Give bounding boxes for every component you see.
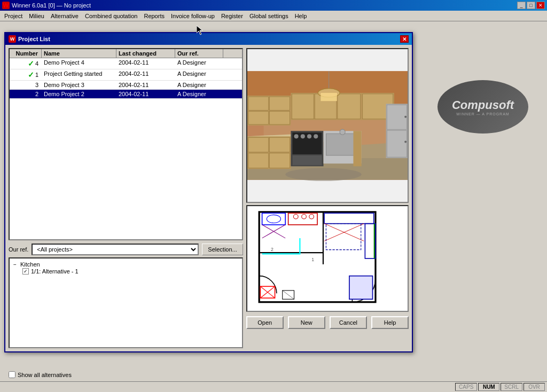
- cell-ref: A Designer: [175, 81, 223, 89]
- selection-button[interactable]: Selection...: [202, 244, 243, 255]
- cell-number: ✓ 4: [10, 58, 42, 69]
- svg-point-20: [404, 140, 407, 143]
- right-panel: 2 1 Open New Cancel Help: [246, 48, 409, 348]
- tree-child-item[interactable]: 1/1: Alternative - 1: [12, 268, 240, 275]
- cell-number: 3: [10, 81, 42, 89]
- menu-milieu[interactable]: Milieu: [26, 12, 48, 20]
- tree-root-item[interactable]: − Kitchen: [12, 261, 240, 268]
- svg-rect-6: [248, 97, 269, 110]
- show-all-checkbox[interactable]: [9, 371, 15, 378]
- svg-point-33: [314, 134, 318, 138]
- help-button[interactable]: Help: [371, 316, 409, 329]
- logo-main-text: Compusoft: [452, 98, 514, 112]
- show-all-area: Show all alternatives: [9, 371, 72, 378]
- preview-3d: [246, 48, 409, 203]
- svg-rect-23: [248, 137, 269, 152]
- svg-rect-24: [269, 137, 290, 152]
- kitchen-3d-preview: [247, 49, 408, 202]
- svg-rect-62: [349, 276, 373, 300]
- svg-rect-11: [292, 94, 314, 119]
- new-button[interactable]: New: [288, 316, 325, 329]
- cell-number: 2: [10, 90, 42, 98]
- menu-alternative[interactable]: Alternative: [48, 12, 82, 20]
- svg-point-31: [300, 134, 304, 138]
- svg-rect-37: [353, 131, 361, 166]
- cell-date: 2004-02-11: [116, 69, 175, 80]
- menu-register[interactable]: Register: [218, 12, 246, 20]
- svg-rect-41: [321, 93, 337, 101]
- alternative-checkbox[interactable]: [22, 268, 29, 275]
- tree-root-label: Kitchen: [20, 261, 40, 268]
- show-all-label: Show all alternatives: [18, 372, 72, 378]
- menu-global-settings[interactable]: Global settings: [246, 12, 292, 20]
- open-button[interactable]: Open: [246, 316, 284, 329]
- preview-2d: 2 1: [246, 205, 409, 312]
- project-table[interactable]: Number Name Last changed Our ref. ✓ 4 De: [9, 48, 243, 240]
- app-icon: W: [2, 2, 10, 9]
- action-buttons: Open New Cancel Help: [246, 316, 409, 329]
- logo-sub-text: Winner — a program: [456, 112, 509, 116]
- svg-rect-29: [292, 155, 322, 165]
- table-row[interactable]: 3 Demo Project 3 2004-02-11 A Designer: [10, 81, 242, 90]
- table-row-selected[interactable]: 2 Demo Project 2 2004-02-11 A Designer: [10, 90, 242, 99]
- svg-point-32: [307, 134, 311, 138]
- svg-rect-9: [269, 112, 290, 124]
- svg-rect-8: [248, 112, 269, 124]
- filter-dropdown-wrapper[interactable]: <All projects> A Designer: [32, 244, 199, 255]
- cell-ref: A Designer: [175, 58, 223, 69]
- svg-point-36: [340, 129, 345, 135]
- table-body: ✓ 4 Demo Project 4 2004-02-11 A Designer…: [10, 58, 242, 99]
- menu-bar: Project Milieu Alternative Combined quot…: [0, 11, 547, 21]
- svg-text:2: 2: [271, 247, 274, 252]
- menu-reports[interactable]: Reports: [140, 12, 168, 20]
- svg-rect-18: [387, 130, 407, 157]
- cancel-button[interactable]: Cancel: [330, 316, 367, 329]
- collapse-icon[interactable]: −: [12, 262, 18, 268]
- status-caps: CAPS: [455, 383, 477, 391]
- menu-project[interactable]: Project: [1, 12, 26, 20]
- svg-point-30: [294, 134, 298, 138]
- svg-rect-17: [387, 105, 407, 129]
- window-controls[interactable]: _ □ ✕: [517, 2, 545, 9]
- filter-label: Our ref.: [9, 246, 28, 253]
- cell-number: ✓ 1: [10, 69, 42, 80]
- status-ovr: OVR: [523, 383, 545, 391]
- table-header: Number Name Last changed Our ref.: [10, 49, 242, 58]
- col-header-number: Number: [10, 49, 42, 58]
- menu-invoice-follow-up[interactable]: Invoice follow-up: [168, 12, 218, 20]
- table-row[interactable]: ✓ 1 Project Getting started 2004-02-11 A…: [10, 69, 242, 81]
- cell-date: 2004-02-11: [116, 90, 175, 98]
- svg-rect-26: [269, 153, 290, 168]
- col-header-name: Name: [42, 49, 116, 58]
- project-tree[interactable]: − Kitchen 1/1: Alternative - 1: [9, 257, 243, 348]
- dialog-icon: W: [9, 35, 16, 43]
- cell-name: Demo Project 2: [42, 90, 116, 98]
- minimize-button[interactable]: _: [517, 2, 526, 9]
- logo-area: Compusoft Winner — a program: [429, 75, 536, 139]
- menu-help[interactable]: Help: [292, 12, 310, 20]
- svg-rect-7: [269, 97, 290, 110]
- project-list-dialog: W Project List ✕ Number Name Last change…: [4, 32, 413, 352]
- svg-point-38: [285, 168, 361, 181]
- svg-rect-13: [338, 94, 361, 119]
- menu-combined-quotation[interactable]: Combined quotation: [82, 12, 140, 20]
- filter-select[interactable]: <All projects> A Designer: [32, 244, 199, 255]
- title-bar: W Winner 6.0a1 [0] — No project _ □ ✕: [0, 0, 547, 11]
- svg-text:1: 1: [311, 257, 314, 262]
- svg-point-19: [404, 116, 407, 118]
- cell-name: Project Getting started: [42, 69, 116, 80]
- filter-area: Our ref. <All projects> A Designer Selec…: [9, 244, 243, 255]
- status-bar: CAPS NUM SCRL OVR: [0, 381, 547, 392]
- left-panel: Number Name Last changed Our ref. ✓ 4 De: [9, 48, 243, 348]
- close-button[interactable]: ✕: [536, 2, 545, 9]
- table-row[interactable]: ✓ 4 Demo Project 4 2004-02-11 A Designer: [10, 58, 242, 69]
- col-header-our-ref: Our ref.: [175, 49, 223, 58]
- maximize-button[interactable]: □: [527, 2, 535, 9]
- svg-rect-42: [253, 206, 402, 311]
- app-title: Winner 6.0a1 [0] — No project: [12, 2, 91, 9]
- dialog-close-button[interactable]: ✕: [400, 35, 409, 43]
- check-icon: ✓: [28, 70, 34, 79]
- cell-ref: A Designer: [175, 69, 223, 80]
- logo-oval: Compusoft Winner — a program: [437, 80, 528, 134]
- cell-name: Demo Project 3: [42, 81, 116, 89]
